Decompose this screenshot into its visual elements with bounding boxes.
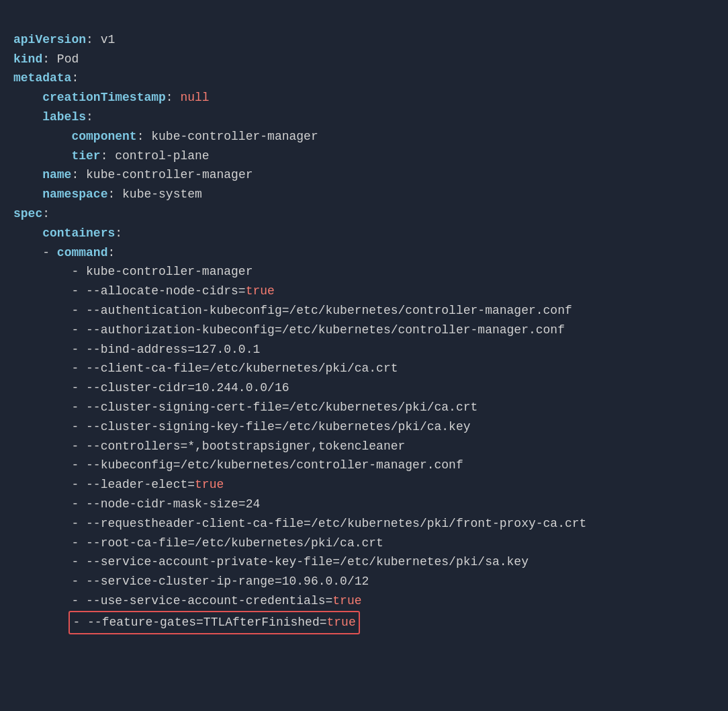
yaml-key: spec (13, 207, 42, 220)
code-line: - --requestheader-client-ca-file=/etc/ku… (13, 514, 715, 534)
colon: : (42, 52, 57, 66)
yaml-key: tier (71, 149, 100, 163)
colon: : (86, 33, 101, 46)
code-line: - --service-account-private-key-file=/et… (13, 552, 715, 572)
yaml-key: component (71, 130, 136, 143)
yaml-key: containers (42, 226, 115, 240)
cmd-value: --leader-elect= (86, 478, 195, 491)
yaml-key: namespace (42, 187, 107, 201)
code-line: - --cluster-signing-cert-file=/etc/kuber… (13, 398, 715, 417)
dash: - (71, 362, 86, 375)
cmd-value: --use-service-account-credentials= (86, 594, 332, 608)
cmd-value: --service-cluster-ip-range=10.96.0.0/12 (86, 575, 369, 588)
dash: - (71, 575, 86, 588)
code-line: kind: Pod (13, 50, 715, 69)
code-line: component: kube-controller-manager (13, 127, 715, 147)
dash: - (42, 246, 57, 259)
cmd-value: kube-controller-manager (151, 130, 318, 143)
code-line: metadata: (13, 69, 715, 88)
code-line: - --service-cluster-ip-range=10.96.0.0/1… (13, 572, 715, 591)
colon: : (137, 130, 152, 143)
cmd-value: --feature-gates=TTLAfterFinished= (87, 616, 326, 629)
code-line: - command: (13, 243, 715, 263)
code-line: creationTimestamp: null (13, 88, 715, 108)
dash: - (71, 594, 86, 608)
code-line: - --leader-elect=true (13, 475, 715, 495)
dash: - (73, 616, 87, 629)
code-line: namespace: kube-system (13, 185, 715, 204)
dash: - (71, 536, 86, 550)
true-value: true (246, 284, 275, 298)
dash: - (71, 478, 86, 491)
yaml-key: name (42, 168, 71, 181)
code-line: labels: (13, 108, 715, 127)
cmd-value: --service-account-private-key-file=/etc/… (86, 555, 529, 569)
yaml-key: creationTimestamp (42, 91, 166, 104)
true-value: true (195, 478, 224, 491)
cmd-value: --node-cidr-mask-size=24 (86, 497, 260, 511)
code-line: - --bind-address=127.0.0.1 (13, 340, 715, 360)
dash: - (71, 517, 86, 530)
code-line: spec: (13, 204, 715, 224)
null-value: null (180, 91, 209, 104)
code-line: - --node-cidr-mask-size=24 (13, 495, 715, 514)
code-line: apiVersion: v1 (13, 30, 715, 50)
cmd-value: --client-ca-file=/etc/kubernetes/pki/ca.… (86, 362, 398, 375)
cmd-value: --bind-address=127.0.0.1 (86, 343, 260, 356)
code-line: - --feature-gates=TTLAfterFinished=true (13, 611, 715, 634)
dash: - (71, 381, 86, 394)
dash: - (71, 440, 86, 453)
dash: - (71, 458, 86, 472)
code-line: - --cluster-signing-key-file=/etc/kubern… (13, 417, 715, 437)
dash: - (71, 343, 86, 356)
cmd-value: kube-controller-manager (86, 168, 253, 181)
dash: - (71, 401, 86, 414)
colon: : (71, 71, 79, 85)
cmd-value: --allocate-node-cidrs= (86, 284, 246, 298)
dash: - (71, 284, 86, 298)
cmd-value: kube-controller-manager (86, 265, 253, 278)
code-viewer: apiVersion: v1kind: Podmetadata: creatio… (13, 11, 715, 634)
yaml-key: apiVersion (13, 33, 86, 46)
code-line: - --controllers=*,bootstrapsigner,tokenc… (13, 437, 715, 456)
cmd-value: --cluster-signing-key-file=/etc/kubernet… (86, 420, 471, 433)
yaml-key: command (57, 246, 108, 259)
cmd-value: kube-system (122, 187, 202, 201)
code-line: - --authentication-kubeconfig=/etc/kuber… (13, 301, 715, 321)
code-line: name: kube-controller-manager (13, 165, 715, 185)
cmd-value: Pod (57, 52, 79, 66)
true-value: true (327, 616, 356, 629)
colon: : (101, 149, 116, 163)
colon: : (42, 207, 50, 220)
code-line: tier: control-plane (13, 147, 715, 166)
code-line: - --client-ca-file=/etc/kubernetes/pki/c… (13, 359, 715, 378)
code-line: - --use-service-account-credentials=true (13, 591, 715, 611)
code-line: - --allocate-node-cidrs=true (13, 282, 715, 301)
cmd-value: --root-ca-file=/etc/kubernetes/pki/ca.cr… (86, 536, 383, 550)
colon: : (115, 226, 122, 240)
code-line: - --cluster-cidr=10.244.0.0/16 (13, 378, 715, 398)
colon: : (166, 91, 181, 104)
cmd-value: --authorization-kubeconfig=/etc/kubernet… (86, 323, 565, 337)
dash: - (71, 265, 86, 278)
cmd-value: --requestheader-client-ca-file=/etc/kube… (86, 517, 586, 530)
code-line: - kube-controller-manager (13, 262, 715, 282)
code-line: - --authorization-kubeconfig=/etc/kubern… (13, 321, 715, 340)
cmd-value: --controllers=*,bootstrapsigner,tokencle… (86, 440, 405, 453)
cmd-value: --cluster-signing-cert-file=/etc/kuberne… (86, 401, 477, 414)
dash: - (71, 497, 86, 511)
dash: - (71, 304, 86, 317)
cmd-value: --kubeconfig=/etc/kubernetes/controller-… (86, 458, 463, 472)
colon: : (86, 110, 93, 124)
colon: : (71, 168, 86, 181)
yaml-key: labels (42, 110, 86, 124)
yaml-key: metadata (13, 71, 71, 85)
cmd-value: control-plane (115, 149, 209, 163)
colon: : (107, 187, 122, 201)
dash: - (71, 555, 86, 569)
yaml-key: kind (13, 52, 42, 66)
cmd-value: --cluster-cidr=10.244.0.0/16 (86, 381, 289, 394)
code-line: - --kubeconfig=/etc/kubernetes/controlle… (13, 456, 715, 475)
code-line: - --root-ca-file=/etc/kubernetes/pki/ca.… (13, 534, 715, 553)
true-value: true (332, 594, 361, 608)
